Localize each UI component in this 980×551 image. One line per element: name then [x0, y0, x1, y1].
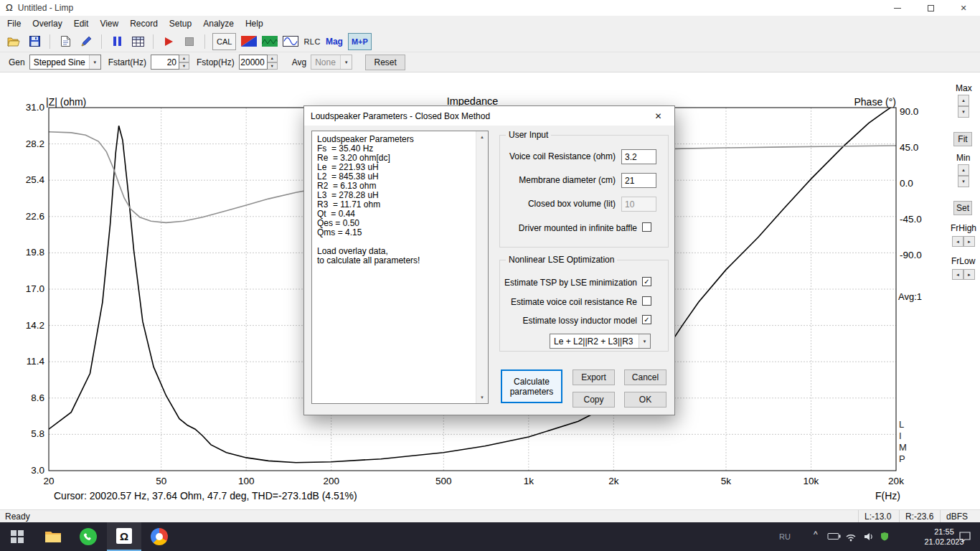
open-folder-icon	[7, 37, 20, 47]
scroll-down-arrow[interactable]: ▼	[476, 392, 488, 403]
phase-tick-label: 90.0	[900, 106, 918, 117]
lse-optimization-group: Nonlinear LSE Optimization Estimate TSP …	[499, 260, 669, 352]
minimize-button[interactable]	[881, 0, 914, 16]
max-down-arrow[interactable]: ▼	[958, 106, 969, 118]
generator-type-select[interactable]: Stepped Sine ▼	[29, 55, 101, 70]
frequency-tick-label: 20k	[878, 476, 914, 486]
fstart-up-arrow[interactable]: ▲	[179, 55, 189, 62]
fstart-down-arrow[interactable]: ▼	[179, 62, 189, 70]
toolbar-separator	[101, 34, 102, 49]
overlay-colors-button[interactable]	[241, 33, 257, 50]
closed-box-volume-input[interactable]	[621, 197, 656, 212]
fstart-input[interactable]	[151, 55, 179, 70]
estimate-tsp-row: Estimate TSP by LSE minimization	[500, 278, 668, 288]
inductor-model-select[interactable]: Le + L2||R2 + L3||R3 ▼	[550, 334, 651, 349]
set-button[interactable]: Set	[953, 201, 972, 215]
close-button[interactable]: ✕	[947, 0, 980, 16]
frlow-left-arrow[interactable]: ◄	[952, 269, 963, 280]
voice-coil-resistance-input[interactable]	[621, 149, 656, 164]
table-view-button[interactable]	[130, 33, 146, 50]
reset-button[interactable]: Reset	[365, 55, 405, 70]
tray-icons-strip[interactable]	[827, 530, 896, 543]
action-center-button[interactable]	[958, 531, 971, 545]
min-up-arrow[interactable]: ▲	[958, 164, 969, 176]
open-file-button[interactable]	[6, 33, 22, 50]
estimate-re-checkbox[interactable]	[642, 296, 651, 306]
lossy-inductor-checkbox[interactable]	[642, 315, 651, 324]
menu-view[interactable]: View	[94, 17, 124, 30]
file-explorer-taskbar-button[interactable]	[36, 522, 70, 551]
menu-edit[interactable]: Edit	[68, 17, 95, 30]
min-down-arrow[interactable]: ▼	[958, 176, 969, 187]
frequency-tick-label: 100	[228, 476, 264, 486]
spectrum-button[interactable]	[262, 33, 278, 50]
fstop-up-arrow[interactable]: ▲	[268, 55, 278, 62]
frlow-label: FrLow	[951, 256, 975, 266]
toolbar-separator	[153, 34, 154, 49]
fstart-label: Fstart(Hz)	[108, 57, 146, 67]
estimate-re-label: Estimate voice coil resistance Re	[511, 297, 637, 307]
magnitude-view-button[interactable]: Mag	[326, 33, 343, 50]
fstop-down-arrow[interactable]: ▼	[268, 62, 278, 70]
ok-button[interactable]: OK	[624, 392, 666, 408]
copy-chart-button[interactable]	[57, 33, 73, 50]
menu-help[interactable]: Help	[240, 17, 269, 30]
menu-analyze[interactable]: Analyze	[197, 17, 240, 30]
dialog-close-button[interactable]: ✕	[642, 106, 674, 126]
fit-button[interactable]: Fit	[953, 132, 972, 146]
parameters-results-box: Loudspeaker Parameters Fs = 35.40 Hz Re …	[311, 131, 489, 404]
level-unit: dBFS	[940, 510, 980, 523]
rlc-mode-button[interactable]: RLC	[303, 33, 321, 50]
maximize-button[interactable]	[914, 0, 947, 16]
z-tick-label: 25.4	[6, 174, 44, 185]
edit-colors-button[interactable]	[78, 33, 94, 50]
calibrate-button[interactable]: CAL	[212, 33, 236, 50]
calculate-parameters-button[interactable]: Calculate parameters	[501, 369, 562, 403]
results-scrollbar[interactable]: ▲ ▼	[476, 131, 488, 403]
fstop-input[interactable]	[239, 55, 268, 70]
magnitude-phase-view-button[interactable]: M+P	[348, 33, 372, 50]
pause-button[interactable]	[109, 33, 125, 50]
estimate-re-row: Estimate voice coil resistance Re	[500, 297, 668, 308]
whatsapp-taskbar-button[interactable]	[71, 522, 105, 551]
stop-measurement-button[interactable]	[182, 33, 197, 50]
start-button[interactable]	[0, 522, 34, 551]
red-blue-icon	[241, 36, 257, 47]
frhigh-left-arrow[interactable]: ◄	[952, 236, 963, 247]
menu-setup[interactable]: Setup	[164, 17, 197, 30]
scroll-up-arrow[interactable]: ▲	[476, 131, 488, 143]
menu-record[interactable]: Record	[124, 17, 164, 30]
language-indicator[interactable]: RU	[779, 532, 791, 541]
menu-file[interactable]: File	[1, 17, 27, 30]
user-input-group: User Input Voice coil Resistance (ohm) M…	[499, 135, 669, 248]
avg-counter: Avg:1	[898, 291, 922, 302]
frequency-tick-label: 50	[143, 476, 179, 486]
cancel-button[interactable]: Cancel	[624, 369, 666, 385]
save-file-button[interactable]	[27, 33, 42, 50]
infinite-baffle-checkbox[interactable]	[642, 222, 651, 232]
start-measurement-button[interactable]	[161, 33, 176, 50]
dialog-titlebar[interactable]: Loudspeaker Parameters - Closed Box Meth…	[304, 106, 674, 126]
averaging-select[interactable]: None ▼	[311, 55, 352, 70]
tray-expand-chevron-icon[interactable]: ^	[814, 529, 818, 540]
limp-taskbar-button[interactable]: Ω	[107, 522, 141, 551]
max-up-arrow[interactable]: ▲	[958, 95, 969, 106]
phase-tick-label: -45.0	[900, 214, 922, 225]
generator-button[interactable]	[283, 33, 298, 50]
estimate-tsp-checkbox[interactable]	[642, 277, 651, 286]
chevron-down-icon: ▼	[89, 55, 100, 69]
frlow-right-arrow[interactable]: ►	[963, 269, 975, 280]
pause-icon	[112, 37, 122, 46]
z-tick-label: 31.0	[6, 102, 44, 113]
menu-overlay[interactable]: Overlay	[27, 17, 67, 30]
export-button[interactable]: Export	[573, 369, 615, 385]
frequency-tick-label: 500	[425, 476, 461, 486]
frhigh-right-arrow[interactable]: ►	[963, 236, 975, 247]
status-text: Ready	[5, 512, 30, 522]
browser-taskbar-button[interactable]	[142, 522, 176, 551]
membrane-diameter-input[interactable]	[621, 173, 656, 188]
z-tick-label: 28.2	[6, 138, 44, 149]
copy-button[interactable]: Copy	[573, 392, 615, 408]
frequency-tick-label: 1k	[511, 476, 547, 486]
fstart-stepper: ▲▼	[151, 55, 189, 70]
